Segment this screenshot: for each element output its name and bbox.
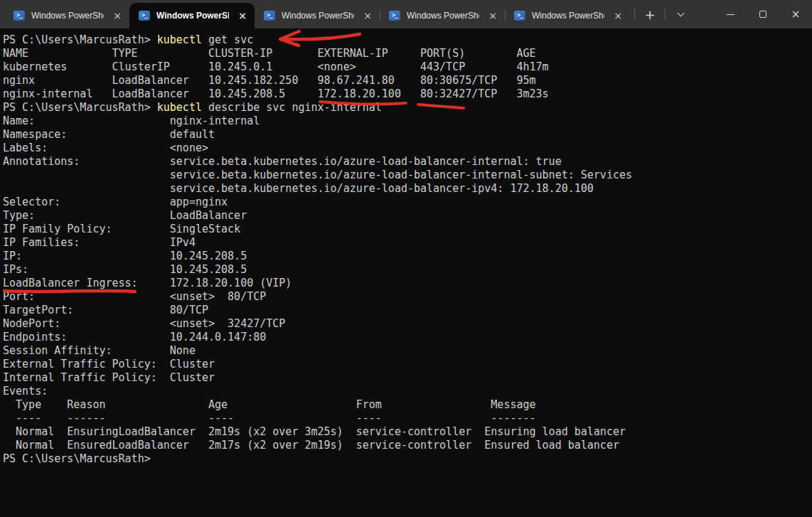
chevron-down-icon [677, 9, 684, 16]
windows-terminal-window: { "window": { "tabs": [ { "label": "Wind… [0, 0, 812, 517]
terminal-line: Events: [3, 385, 812, 398]
tab-windows-powershell[interactable]: >_ Windows PowerShell × [380, 3, 505, 28]
terminal-line: Port: <unset> 80/TCP [3, 290, 812, 304]
powershell-icon: >_ [14, 11, 25, 21]
terminal-line: nginx-internal LoadBalancer 10.245.208.5… [3, 87, 812, 101]
powershell-icon: >_ [389, 11, 400, 21]
terminal-line: Session Affinity: None [3, 344, 812, 358]
terminal-output: PS C:\Users\MarcusRath> kubectl get svcN… [3, 33, 812, 466]
terminal-line: Namespace: default [3, 128, 812, 142]
powershell-icon: >_ [139, 11, 150, 21]
tab-windows-powershell[interactable]: >_ Windows PowerShell × [255, 3, 380, 28]
terminal-line: TargetPort: 80/TCP [3, 304, 812, 317]
terminal-line: NAME TYPE CLUSTER-IP EXTERNAL-IP PORT(S)… [3, 47, 812, 60]
powershell-icon: >_ [264, 11, 275, 21]
terminal-line: kubernetes ClusterIP 10.245.0.1 <none> 4… [3, 60, 812, 74]
title-bar: >_ Windows PowerShell × >_ Windows Power… [0, 0, 812, 28]
tab-label: Windows PowerShell [532, 11, 604, 21]
tab-close-icon[interactable]: × [360, 9, 375, 23]
terminal-line: service.beta.kubernetes.io/azure-load-ba… [3, 182, 812, 196]
terminal-line: IP: 10.245.208.5 [3, 250, 812, 263]
terminal-line: Internal Traffic Policy: Cluster [3, 371, 812, 385]
terminal-line: Normal EnsuredLoadBalancer 2m17s (x2 ove… [3, 439, 812, 452]
tab-label: Windows PowerShell [282, 11, 354, 21]
terminal-line: nginx LoadBalancer 10.245.182.250 98.67.… [3, 74, 812, 87]
powershell-icon: >_ [514, 11, 525, 21]
terminal-line: LoadBalancer Ingress: 172.18.20.100 (VIP… [3, 277, 812, 290]
tab-close-icon[interactable]: × [611, 9, 625, 23]
minimize-button[interactable] [714, 0, 747, 28]
terminal-line: Labels: <none> [3, 142, 812, 155]
tab-windows-powershell[interactable]: >_ Windows PowerShell × [505, 3, 630, 28]
tab-close-icon[interactable]: × [110, 9, 124, 23]
terminal-line: Normal EnsuringLoadBalancer 2m19s (x2 ov… [3, 425, 812, 439]
terminal-line: Name: nginx-internal [3, 114, 812, 128]
close-button[interactable]: × [779, 0, 812, 28]
new-tab-button[interactable]: + [639, 3, 661, 26]
tab-strip: >_ Windows PowerShell × >_ Windows Power… [0, 0, 630, 28]
terminal-line: PS C:\Users\MarcusRath> kubectl get svc [3, 33, 812, 47]
terminal-line: Type Reason Age From Message [3, 398, 812, 412]
tab-bar-divider [634, 9, 635, 20]
tab-dropdown-button[interactable] [670, 3, 691, 26]
tab-label: Windows PowerShell [31, 11, 104, 21]
terminal-line: External Traffic Policy: Cluster [3, 358, 812, 371]
window-caption-controls: × [714, 0, 812, 28]
terminal-line: service.beta.kubernetes.io/azure-load-ba… [3, 169, 812, 182]
terminal-line: Endpoints: 10.244.0.147:80 [3, 331, 812, 344]
tab-label: Windows PowerShell [407, 11, 479, 21]
terminal-line: PS C:\Users\MarcusRath> [3, 452, 812, 466]
tab-label: Windows PowerShell [156, 11, 229, 21]
terminal-line: IP Families: IPv4 [3, 236, 812, 250]
terminal-line: IP Family Policy: SingleStack [3, 223, 812, 236]
terminal[interactable]: PS C:\Users\MarcusRath> kubectl get svcN… [0, 28, 812, 517]
terminal-line: NodePort: <unset> 32427/TCP [3, 317, 812, 331]
tab-close-icon[interactable]: × [235, 9, 250, 23]
terminal-line: Annotations: service.beta.kubernetes.io/… [3, 155, 812, 169]
terminal-line: Selector: app=nginx [3, 196, 812, 209]
minimize-icon [727, 14, 734, 15]
maximize-button[interactable] [747, 0, 779, 28]
terminal-line: ---- ------ ---- ---- ------- [3, 412, 812, 425]
tab-close-icon[interactable]: × [486, 9, 500, 23]
tab-bar-divider-2 [665, 9, 666, 20]
maximize-icon [759, 11, 766, 18]
tab-windows-powershell[interactable]: >_ Windows PowerShell × [4, 3, 129, 28]
terminal-line: IPs: 10.245.208.5 [3, 263, 812, 277]
tab-windows-powershell[interactable]: >_ Windows PowerShell × [129, 3, 255, 28]
terminal-line: Type: LoadBalancer [3, 209, 812, 223]
terminal-line: PS C:\Users\MarcusRath> kubectl describe… [3, 101, 812, 114]
